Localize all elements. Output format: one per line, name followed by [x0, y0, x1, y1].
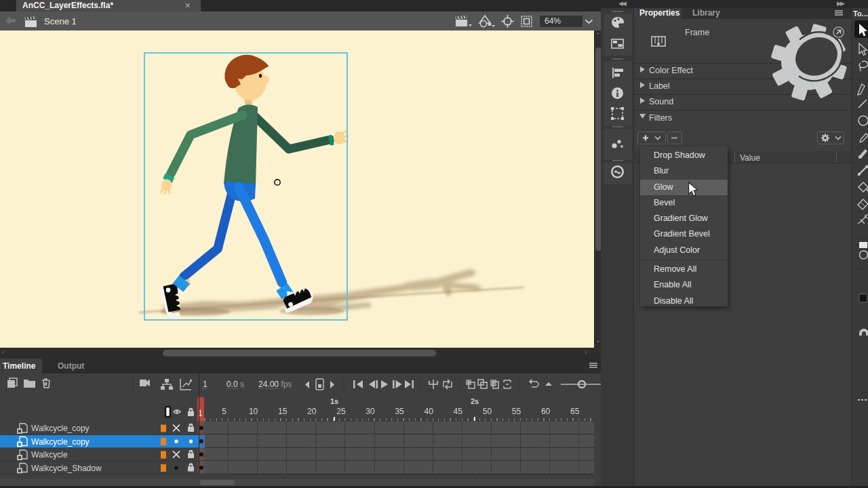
svg-text:35: 35: [395, 407, 404, 416]
svg-text:20: 20: [307, 407, 317, 416]
svg-text:15: 15: [278, 407, 288, 416]
svg-text:40: 40: [425, 407, 434, 416]
svg-text:10: 10: [249, 407, 258, 416]
svg-text:25: 25: [336, 407, 346, 416]
svg-text:24.00 fps: 24.00 fps: [258, 380, 292, 389]
svg-text:Walkcycle: Walkcycle: [31, 450, 68, 460]
svg-text:Walkcycle_Shadow: Walkcycle_Shadow: [31, 464, 102, 473]
svg-text:1: 1: [203, 380, 208, 389]
svg-text:0.0 s: 0.0 s: [226, 380, 244, 389]
svg-text:50: 50: [483, 407, 492, 416]
svg-text:45: 45: [454, 407, 463, 416]
svg-text:55: 55: [512, 407, 521, 416]
svg-text:65: 65: [570, 407, 580, 416]
svg-text:60: 60: [541, 407, 551, 416]
svg-text:Walkcycle_copy: Walkcycle_copy: [31, 437, 90, 447]
svg-text:5: 5: [222, 407, 226, 416]
svg-text:Walkcycle_copy: Walkcycle_copy: [31, 424, 90, 433]
svg-text:30: 30: [366, 407, 375, 416]
